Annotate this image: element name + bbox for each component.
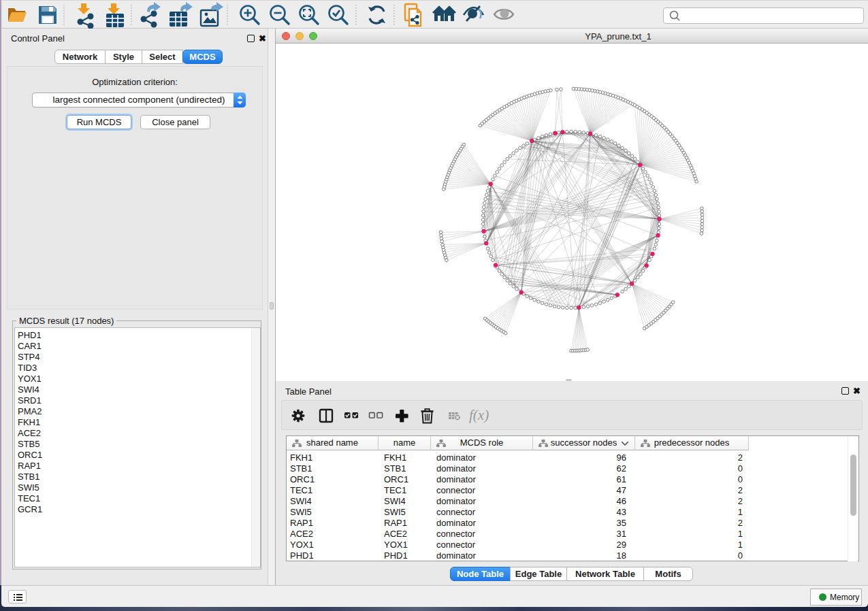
- svg-text:f(x): f(x): [469, 407, 489, 423]
